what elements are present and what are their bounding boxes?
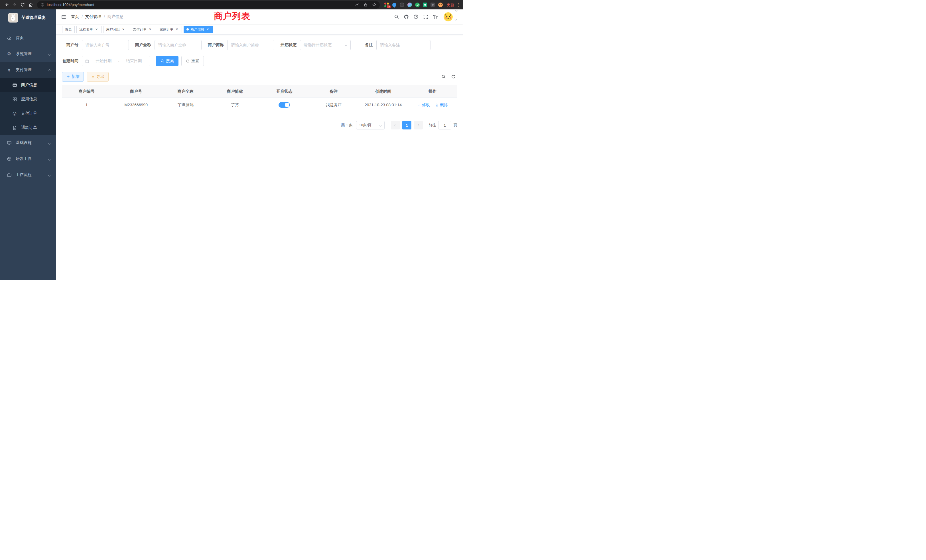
tab-home[interactable]: 首页 — [62, 26, 75, 33]
back-button[interactable] — [3, 1, 10, 9]
page-size-select[interactable]: 10条/页 — [356, 121, 384, 129]
sidebar-subitem-app-info[interactable]: 应用信息 — [0, 92, 56, 106]
create-time-range-picker[interactable]: 开始日期 - 结束日期 — [82, 56, 150, 66]
password-key-icon[interactable] — [355, 3, 359, 7]
refresh-icon — [186, 59, 190, 63]
browser-update-button[interactable]: 更新 — [447, 2, 454, 8]
extension-pin-icon[interactable] — [429, 1, 436, 8]
github-icon[interactable] — [401, 9, 411, 24]
prev-page-button[interactable] — [391, 121, 400, 129]
sidebar-item-workflow[interactable]: 工作流程 — [0, 167, 56, 183]
delete-button[interactable]: 删除 — [435, 102, 448, 107]
url-bar[interactable]: localhost:1024/pay/merchant — [37, 1, 380, 9]
download-icon — [91, 75, 95, 79]
extension-green-circle-icon[interactable] — [413, 1, 421, 8]
refresh-table-icon[interactable] — [451, 74, 455, 79]
toggle-search-icon[interactable] — [441, 74, 446, 79]
goto-page-input[interactable] — [438, 121, 451, 129]
sidebar-item-devtools[interactable]: 研发工具 — [0, 151, 56, 167]
sidebar-menu: 首页 ⚙ 系统管理 ¥ 支付管理 商户信息 应用信息 ◎ 支付订单 — [0, 30, 56, 183]
share-icon[interactable] — [363, 3, 368, 7]
extension-face-icon[interactable] — [436, 1, 444, 8]
help-icon[interactable] — [411, 9, 421, 24]
close-icon[interactable]: × — [175, 27, 179, 32]
font-size-icon[interactable] — [431, 9, 440, 24]
extension-palette-icon[interactable]: 10 — [383, 1, 390, 8]
sidebar-subitem-pay-order[interactable]: ◎ 支付订单 — [0, 106, 56, 121]
short-name-input[interactable] — [227, 40, 274, 50]
table-header-row: 商户编号 商户号 商户全称 商户简称 开启状态 备注 创建时间 操作 — [62, 85, 457, 98]
header-search-icon[interactable] — [392, 9, 401, 24]
site-info-icon[interactable] — [41, 3, 44, 7]
filter-row-2: 创建时间 开始日期 - 结束日期 搜索 重置 — [62, 56, 457, 66]
edit-button[interactable]: 修改 — [417, 102, 430, 107]
col-header: 备注 — [309, 89, 359, 94]
breadcrumb: 首页 / 支付管理 / 商户信息 — [71, 14, 123, 20]
sidebar-subitem-refund-order[interactable]: 退款订单 — [0, 121, 56, 135]
table-utilities — [441, 74, 457, 79]
remark-label: 备注 — [356, 42, 376, 48]
sidebar: 芋道管理系统 首页 ⚙ 系统管理 ¥ 支付管理 商户信息 应用信息 — [0, 9, 56, 280]
extension-dark-circle-icon[interactable] — [398, 1, 406, 8]
monitor-icon — [6, 140, 12, 145]
hamburger-button[interactable] — [56, 9, 71, 24]
toolbar-caret-icon[interactable] — [455, 7, 457, 12]
main-content: 商户号 商户全称 商户简称 开启状态 请选择开启状态 备注 创建时间 — [56, 35, 463, 280]
breadcrumb-payment[interactable]: 支付管理 — [85, 14, 101, 20]
navbar-tools — [392, 9, 463, 24]
grid-icon — [12, 97, 17, 102]
home-button[interactable] — [27, 1, 34, 9]
status-select[interactable]: 请选择开启状态 — [300, 40, 351, 50]
user-avatar[interactable] — [443, 12, 457, 21]
remark-input[interactable] — [376, 40, 431, 50]
next-page-button[interactable] — [414, 121, 423, 129]
sidebar-item-home[interactable]: 首页 — [0, 30, 56, 46]
dashboard-icon — [6, 35, 12, 41]
forward-button[interactable] — [11, 1, 18, 9]
tab-user-group[interactable]: 用户分组 × — [103, 26, 128, 33]
export-button[interactable]: 导出 — [87, 72, 109, 82]
sidebar-subitem-merchant-info[interactable]: 商户信息 — [0, 78, 56, 92]
search-button[interactable]: 搜索 — [156, 56, 179, 66]
close-icon[interactable]: × — [94, 27, 98, 32]
page-1-button[interactable]: 1 — [402, 121, 412, 129]
navbar: 首页 / 支付管理 / 商户信息 — [56, 9, 463, 24]
breadcrumb-home[interactable]: 首页 — [71, 14, 79, 20]
tab-process-form[interactable]: 流程表单 × — [76, 26, 101, 33]
close-icon[interactable]: × — [148, 27, 152, 32]
short-name-label: 商户简称 — [207, 42, 227, 48]
date-start-placeholder: 开始日期 — [90, 59, 117, 64]
full-name-input[interactable] — [154, 40, 201, 50]
url-text: localhost:1024/pay/merchant — [47, 3, 94, 7]
table-toolbar: 新增 导出 — [62, 72, 457, 82]
pagination: 共 1 条 10条/页 1 前往 页 — [62, 121, 457, 129]
browser-menu-icon[interactable]: ⋮ — [456, 2, 460, 8]
chevron-up-icon — [48, 68, 50, 72]
close-icon[interactable]: × — [206, 27, 210, 32]
table-row: 1 M233666999 芋道源码 芋艿 我是备注 2021-10-23 08:… — [62, 98, 457, 112]
extension-green-square-icon[interactable] — [421, 1, 429, 8]
close-icon[interactable]: × — [121, 27, 126, 32]
sidebar-item-system[interactable]: ⚙ 系统管理 — [0, 46, 56, 62]
status-toggle[interactable] — [278, 102, 290, 108]
tab-pay-order[interactable]: 支付订单 × — [130, 26, 155, 33]
sidebar-item-infra[interactable]: 基础设施 — [0, 135, 56, 151]
extension-drop-icon[interactable] — [390, 1, 398, 8]
sidebar-item-payment[interactable]: ¥ 支付管理 — [0, 62, 56, 78]
tab-refund-order[interactable]: 退款订单 × — [157, 26, 182, 33]
url-path: /pay/merchant — [71, 3, 94, 7]
gear-icon: ⚙ — [6, 51, 12, 56]
fullscreen-icon[interactable] — [421, 9, 431, 24]
goto-label: 前往 — [428, 123, 436, 128]
merchant-no-input[interactable] — [82, 40, 129, 50]
extension-avatar-icon[interactable] — [406, 1, 413, 8]
col-header: 商户编号 — [62, 89, 111, 94]
reset-button[interactable]: 重置 — [181, 56, 204, 66]
plus-icon — [66, 75, 70, 79]
reload-button[interactable] — [19, 1, 26, 9]
bookmark-star-icon[interactable] — [372, 3, 376, 7]
cell-full-name: 芋道源码 — [161, 102, 210, 107]
add-button[interactable]: 新增 — [62, 72, 84, 82]
tab-merchant-info[interactable]: 商户信息 × — [184, 26, 213, 33]
status-label: 开启状态 — [280, 42, 300, 48]
